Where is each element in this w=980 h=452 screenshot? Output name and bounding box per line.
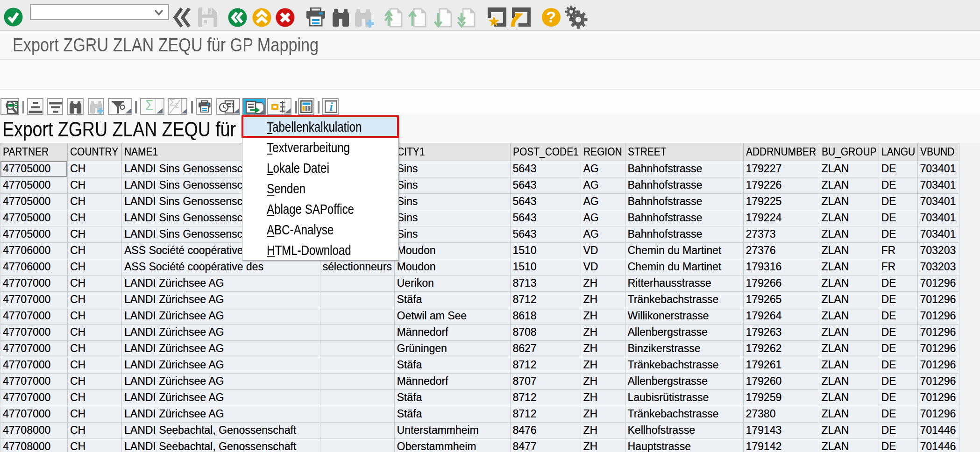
svg-text:i: i bbox=[329, 100, 333, 113]
svg-text:?: ? bbox=[547, 8, 556, 26]
